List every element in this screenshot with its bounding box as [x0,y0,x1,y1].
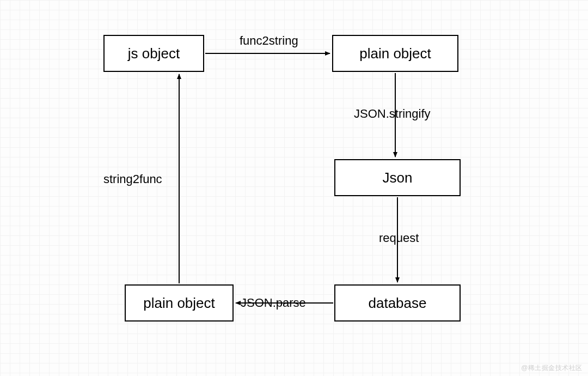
edge-label-json-parse: JSON.parse [241,296,306,310]
node-label: js object [128,45,180,62]
node-label: Json [383,169,413,186]
node-label: plain object [143,295,215,312]
edge-label-request: request [379,231,419,245]
node-plain-object-2: plain object [125,284,234,322]
edge-label-string2func: string2func [103,172,162,186]
node-label: plain object [359,45,431,62]
diagram-arrows [0,0,588,376]
node-json: Json [334,159,461,196]
node-database: database [334,284,461,322]
watermark: @稀土掘金技术社区 [521,363,583,373]
node-js-object: js object [103,35,204,72]
edge-label-func2string: func2string [240,34,298,48]
node-label: database [369,295,427,312]
edge-label-json-stringify: JSON.stringify [354,107,431,121]
node-plain-object-1: plain object [332,35,458,72]
